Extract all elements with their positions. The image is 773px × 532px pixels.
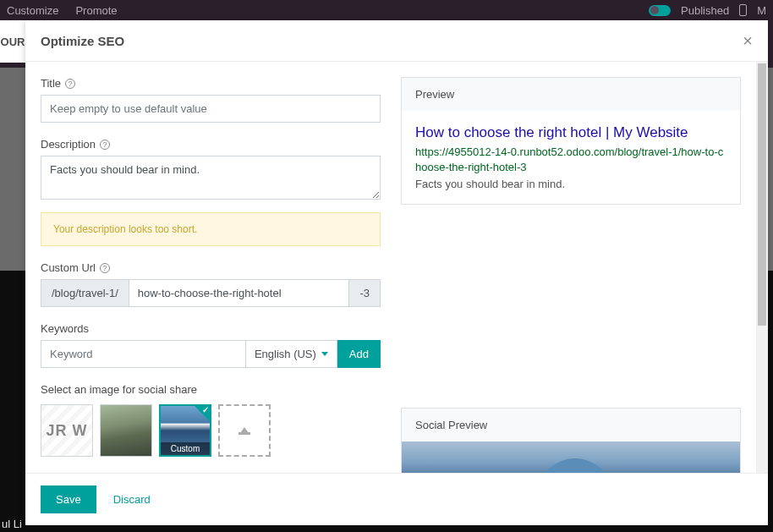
chevron-down-icon — [321, 352, 328, 356]
optimize-seo-modal: Optimize SEO × Title ? Description ? Fac… — [25, 20, 768, 525]
top-bar: Customize Promote Published M — [0, 0, 773, 20]
modal-body: Title ? Description ? Facts you should b… — [25, 62, 768, 473]
preview-heading: Preview — [402, 78, 740, 111]
custom-url-group: /blog/travel-1/ -3 — [41, 279, 381, 307]
custom-url-input[interactable] — [129, 279, 350, 307]
social-preview-box: Social Preview — [401, 408, 741, 473]
published-label: Published — [681, 4, 729, 17]
social-share-label: Select an image for social share — [41, 383, 381, 396]
discard-button[interactable]: Discard — [113, 493, 151, 506]
preview-url: https://4955012-14-0.runbot52.odoo.com/b… — [415, 145, 726, 175]
keyword-input[interactable] — [41, 340, 246, 368]
thumb-logo[interactable]: JR W — [41, 404, 93, 457]
image-thumbnails: JR W ✓ Custom — [41, 404, 381, 457]
description-input[interactable]: Facts you should bear in mind. — [41, 156, 381, 200]
title-input[interactable] — [41, 95, 381, 123]
topbar-customize[interactable]: Customize — [7, 4, 58, 17]
add-keyword-button[interactable]: Add — [337, 340, 381, 368]
thumb-image-custom[interactable]: ✓ Custom — [159, 404, 211, 457]
footer-bg-text: ul Li — [2, 518, 22, 530]
custom-url-label: Custom Url ? — [41, 261, 381, 274]
back-ribbon: OUR — [0, 20, 25, 63]
modal-footer: Save Discard — [25, 473, 768, 525]
help-icon[interactable]: ? — [100, 140, 110, 150]
language-value: English (US) — [255, 348, 316, 360]
help-icon[interactable]: ? — [100, 263, 110, 273]
social-preview-image — [402, 442, 740, 473]
keyword-row: English (US) Add — [41, 340, 381, 368]
published-toggle[interactable] — [649, 5, 671, 16]
description-label: Description ? — [41, 138, 381, 151]
url-suffix: -3 — [349, 279, 381, 307]
check-icon: ✓ — [202, 405, 209, 414]
modal-title: Optimize SEO — [41, 34, 124, 48]
description-warning: Your description looks too short. — [41, 212, 381, 246]
preview-description: Facts you should bear in mind. — [415, 178, 726, 190]
modal-header: Optimize SEO × — [25, 20, 768, 62]
thumb-custom-label: Custom — [161, 442, 210, 455]
thumb-upload[interactable] — [218, 404, 271, 457]
language-select[interactable]: English (US) — [246, 340, 337, 368]
topbar-promote[interactable]: Promote — [75, 4, 117, 17]
thumb-image-1[interactable] — [100, 404, 152, 457]
social-preview-heading: Social Preview — [402, 409, 740, 442]
keywords-label: Keywords — [41, 322, 381, 335]
topbar-m: M — [757, 4, 766, 17]
close-button[interactable]: × — [743, 32, 753, 49]
url-prefix: /blog/travel-1/ — [41, 279, 129, 307]
save-button[interactable]: Save — [41, 485, 96, 513]
help-icon[interactable]: ? — [65, 79, 75, 89]
preview-title: How to choose the right hotel | My Websi… — [415, 124, 726, 141]
title-label: Title ? — [41, 77, 381, 90]
mobile-preview-icon[interactable] — [739, 4, 747, 16]
upload-icon — [238, 427, 250, 435]
preview-box: Preview How to choose the right hotel | … — [401, 77, 741, 205]
